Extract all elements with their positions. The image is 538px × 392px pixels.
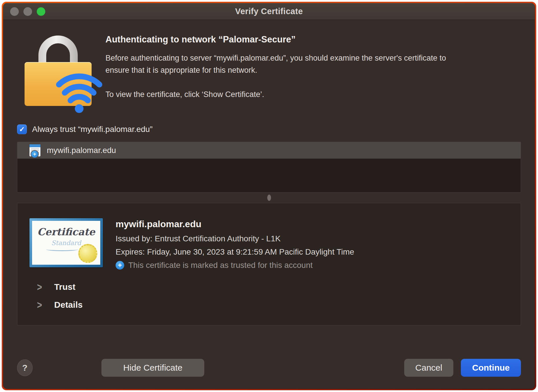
continue-button[interactable]: Continue (461, 359, 521, 377)
certificate-detail-panel: Certificate Standard mywifi.palomar.edu … (17, 203, 521, 325)
certificate-item-name: mywifi.palomar.edu (47, 146, 116, 155)
chevron-right-icon[interactable]: > (37, 281, 42, 293)
cancel-button[interactable]: Cancel (404, 359, 453, 377)
dialog-content: Authenticating to network “Palomar-Secur… (3, 20, 535, 389)
always-trust-row[interactable]: ✓ Always trust “mywifi.palomar.edu” (17, 124, 521, 134)
certificate-list-item[interactable]: + mywifi.palomar.edu (17, 142, 521, 159)
trusted-note-row: + This certificate is marked as trusted … (116, 261, 354, 270)
window-title: Verify Certificate (3, 7, 535, 16)
dialog-heading: Authenticating to network “Palomar-Secur… (105, 34, 470, 45)
issued-by-line: Issued by: Entrust Certification Authori… (116, 234, 354, 243)
always-trust-label: Always trust “mywifi.palomar.edu” (32, 125, 153, 134)
screenshot-canvas: Verify Certificate (0, 0, 538, 392)
chevron-right-icon[interactable]: > (37, 299, 42, 311)
certificate-flourish (46, 248, 78, 251)
details-section-toggle[interactable]: > Details (37, 300, 509, 310)
plus-badge-icon: + (31, 151, 38, 158)
certificate-image-title: Certificate (32, 226, 100, 238)
trust-section-label: Trust (54, 282, 75, 292)
certificate-add-icon: + (29, 144, 40, 156)
panel-splitter[interactable] (17, 193, 521, 203)
title-bar[interactable]: Verify Certificate (3, 3, 535, 20)
always-trust-checkbox[interactable]: ✓ (17, 124, 27, 134)
certificate-detail-text: mywifi.palomar.edu Issued by: Entrust Ce… (116, 218, 354, 270)
dialog-body-text: Before authenticating to server “mywifi.… (105, 52, 470, 76)
expires-line: Expires: Friday, June 30, 2023 at 9:21:5… (116, 247, 354, 257)
trust-section-toggle[interactable]: > Trust (37, 282, 509, 292)
certificate-name: mywifi.palomar.edu (116, 219, 354, 229)
hide-certificate-button[interactable]: Hide Certificate (101, 359, 204, 377)
splitter-grip-icon[interactable] (267, 195, 271, 201)
dialog-header-text: Authenticating to network “Palomar-Secur… (105, 33, 470, 105)
desktop-background-frame: Verify Certificate (2, 2, 536, 390)
certificate-summary: Certificate Standard mywifi.palomar.edu … (29, 218, 509, 270)
dialog-header: Authenticating to network “Palomar-Secur… (17, 33, 521, 105)
certificate-seal-icon (78, 244, 97, 263)
trusted-plus-icon: + (116, 261, 124, 270)
details-section-label: Details (54, 300, 83, 310)
trusted-note-text: This certificate is marked as trusted fo… (128, 261, 313, 270)
lock-wifi-icon (25, 33, 94, 105)
dialog-footer: ? Hide Certificate Cancel Continue (17, 359, 521, 377)
help-button[interactable]: ? (17, 359, 33, 376)
dialog-instruction-text: To view the certificate, click ‘Show Cer… (105, 89, 470, 101)
wifi-icon (55, 73, 104, 113)
certificate-image: Certificate Standard (29, 218, 103, 267)
disclosure-sections: > Trust > Details (37, 282, 509, 310)
verify-certificate-dialog: Verify Certificate (3, 3, 535, 389)
certificate-list[interactable]: + mywifi.palomar.edu (17, 142, 521, 193)
